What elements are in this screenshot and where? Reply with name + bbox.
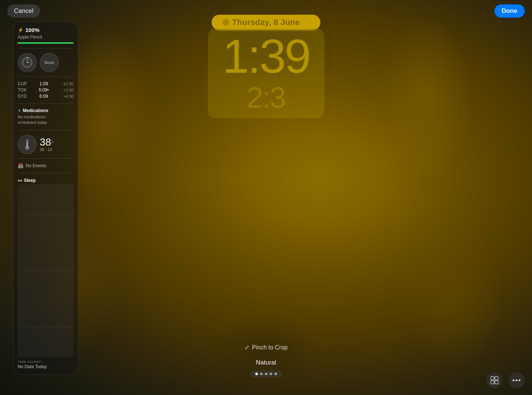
temperature-value: 38° — [40, 137, 54, 147]
temperature-detail: 28 · 10 — [40, 147, 54, 152]
page-dot-3[interactable] — [265, 373, 267, 375]
page-dot-4[interactable] — [269, 373, 272, 375]
svg-rect-9 — [27, 143, 28, 147]
sleep-title: Sleep — [24, 178, 36, 183]
time-display: 1:39 — [222, 32, 310, 80]
divider-2 — [18, 76, 74, 77]
svg-point-4 — [27, 62, 28, 63]
pinch-to-crop-hint: ⤢ Pinch to Crop — [244, 344, 288, 351]
none-label: None — [44, 60, 54, 65]
battery-header: ⚡ 100% — [18, 27, 74, 33]
svg-rect-15 — [495, 381, 498, 384]
city-syd: SYD — [18, 94, 31, 99]
battery-bar-container — [18, 42, 74, 44]
time-cup: 1:09 — [31, 81, 57, 86]
sleep-time-asleep-value: No Data Today — [18, 364, 74, 369]
page-dots — [250, 370, 282, 377]
sleep-widget: 🛏 Sleep TIME ASLEEP No Data Today — [18, 178, 74, 369]
time-widget: 1:39 2:3 — [208, 29, 324, 118]
divider-3 — [18, 103, 74, 104]
clock-row-syd: SYD 6:09 +4:30 — [18, 94, 74, 99]
stopwatch-svg — [21, 57, 33, 68]
divider-5 — [18, 158, 74, 159]
filter-label: Natural — [256, 359, 276, 366]
crop-label: Pinch to Crop — [252, 344, 288, 351]
sleep-chart-line-3 — [18, 327, 74, 327]
sleep-time-asleep: TIME ASLEEP No Data Today — [18, 360, 74, 369]
city-tok: TOK — [18, 87, 31, 93]
calendar-text: No Events — [26, 163, 46, 168]
svg-point-17 — [516, 380, 518, 381]
cancel-button[interactable]: Cancel — [7, 4, 40, 18]
photos-button[interactable] — [486, 372, 503, 388]
temperature-display: 38° 28 · 10 — [40, 137, 54, 152]
medications-title: Medications — [23, 108, 48, 113]
battery-widget: ⚡ 100% Apple Pencil — [18, 27, 74, 44]
page-dot-2[interactable] — [260, 373, 263, 375]
offset-cup: -12:30 — [57, 82, 74, 86]
stopwatch-icon-widget[interactable] — [18, 53, 37, 72]
weather-row: 38° 28 · 10 — [18, 135, 74, 154]
ellipsis-icon — [513, 379, 521, 381]
medications-header: ✦ Medications — [18, 108, 74, 113]
done-button[interactable]: Done — [494, 4, 525, 18]
worldclock-widget: CUP 1:09 -12:30 TOK 5:09• +3:30 SYD 6:09… — [18, 81, 74, 99]
calendar-icon: 📅 — [18, 163, 24, 169]
sleep-icon: 🛏 — [18, 178, 22, 183]
time-tok: 5:09• — [31, 87, 57, 93]
lightning-icon: ⚡ — [18, 27, 24, 33]
bottom-right-icons — [486, 372, 525, 388]
svg-rect-6 — [26, 57, 28, 58]
calendar-widget: 📅 No Events — [18, 163, 74, 169]
sleep-time-asleep-label: TIME ASLEEP — [18, 360, 74, 364]
offset-syd: +4:30 — [57, 94, 74, 98]
battery-device-label: Apple Pencil — [18, 35, 74, 40]
sidebar-panel: ⚡ 100% Apple Pencil None — [13, 21, 78, 375]
time-faint: 2:3 — [222, 83, 310, 112]
medications-text: No medicationsscheduled today — [18, 114, 74, 126]
battery-bar-fill — [18, 42, 74, 44]
page-dot-5[interactable] — [274, 373, 277, 375]
battery-percent: 100% — [25, 27, 39, 33]
svg-point-18 — [519, 380, 521, 381]
photos-icon — [490, 376, 499, 384]
sleep-chart-area — [18, 184, 74, 357]
crop-icon: ⤢ — [244, 344, 249, 351]
more-options-button[interactable] — [508, 372, 525, 388]
sleep-header: 🛏 Sleep — [18, 178, 74, 183]
clock-icons-row: None — [18, 53, 74, 72]
divider-6 — [18, 173, 74, 173]
svg-rect-12 — [491, 377, 494, 380]
page-dot-1[interactable] — [255, 373, 258, 375]
thermometer-svg — [24, 139, 31, 150]
divider-4 — [18, 130, 74, 130]
divider-1 — [18, 48, 74, 49]
sleep-chart-lines — [18, 184, 74, 357]
temperature-icon — [18, 135, 37, 154]
clock-row-cup: CUP 1:09 -12:30 — [18, 81, 74, 86]
svg-rect-14 — [491, 381, 494, 384]
lockscreen-widget: Thursday, 8 June 1:39 2:3 — [208, 15, 324, 118]
sleep-chart-line-1 — [18, 214, 74, 214]
svg-point-16 — [513, 380, 515, 381]
city-cup: CUP — [18, 81, 31, 86]
medications-icon: ✦ — [18, 108, 21, 113]
sleep-chart-line-2 — [18, 270, 74, 271]
svg-rect-13 — [495, 377, 498, 380]
medications-widget: ✦ Medications No medicationsscheduled to… — [18, 108, 74, 126]
clock-row-tok: TOK 5:09• +3:30 — [18, 87, 74, 93]
top-bar: Cancel Done — [0, 0, 532, 22]
none-widget-icon[interactable]: None — [40, 53, 59, 72]
time-syd: 6:09 — [31, 94, 57, 99]
offset-tok: +3:30 — [57, 88, 74, 92]
